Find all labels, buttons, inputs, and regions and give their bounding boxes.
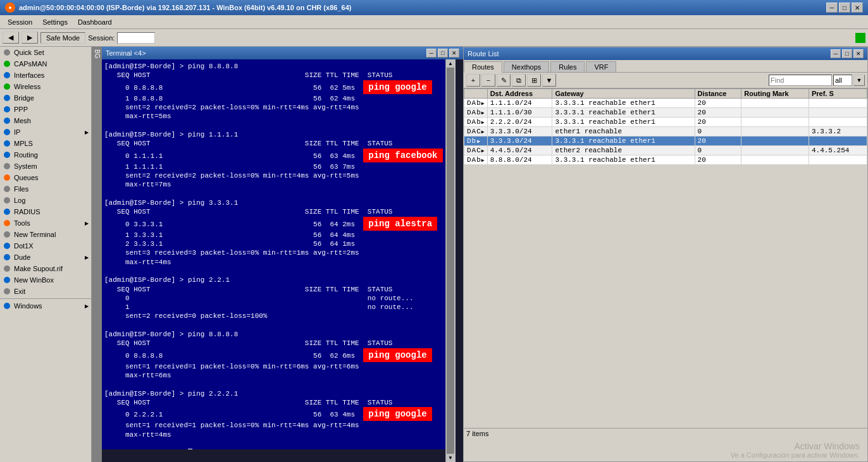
table-row[interactable]: D A b ▶ 1.1.1.0/30 3.3.3.1 reachable eth… — [464, 108, 867, 118]
cell-mark — [741, 155, 809, 165]
sidebar-item-mpls[interactable]: MPLS — [0, 138, 91, 149]
tab-nexthops[interactable]: Nexthops — [504, 61, 549, 72]
sidebar-item-system[interactable]: System — [0, 161, 91, 172]
sidebar-item-log[interactable]: Log — [0, 195, 91, 206]
ping-google-label-3: ping google — [363, 407, 431, 421]
new-winbox-icon — [3, 276, 11, 284]
remove-button[interactable]: − — [481, 74, 495, 87]
scroll-down-btn[interactable]: ▼ — [448, 455, 453, 461]
ping-facebook-label: ping facebook — [363, 149, 442, 162]
new-terminal-icon — [3, 230, 11, 239]
scroll-thumb[interactable] — [447, 68, 454, 454]
ping-google-label-2: ping google — [363, 348, 431, 362]
cell-gateway: 3.3.3.1 reachable ether1 — [552, 99, 695, 108]
terminal-body[interactable]: [admin@ISP-Borde] > ping 8.8.8.8 SEQ HOS… — [102, 59, 445, 449]
menu-bar: Session Settings Dashboard — [0, 15, 868, 29]
table-row[interactable]: D A C ▶ 3.3.3.0/24 ether1 reachable 0 3.… — [464, 127, 867, 137]
sidebar-item-new-winbox[interactable]: New WinBox — [0, 274, 91, 286]
table-row[interactable]: D A b ▶ 8.8.8.0/24 3.3.3.1 reachable eth… — [464, 155, 867, 165]
sidebar-item-queues[interactable]: Queues — [0, 172, 91, 183]
search-input[interactable] — [769, 75, 832, 86]
item-count: 7 items — [466, 430, 488, 437]
terminal-container: Terminal <4> ─ □ ✕ [admin@ISP-Borde] > p… — [102, 47, 463, 462]
table-row[interactable]: D A C ▶ 4.4.5.0/24 ether2 reachable 0 4.… — [464, 146, 867, 155]
col-dst[interactable]: Dst. Address — [487, 89, 552, 99]
copy-button[interactable]: ⧉ — [512, 74, 526, 87]
sidebar-item-bridge[interactable]: Bridge — [0, 92, 91, 104]
title-controls[interactable]: ─ □ ✕ — [826, 3, 863, 13]
paste-button[interactable]: ⊞ — [527, 74, 541, 87]
system-icon — [3, 162, 11, 171]
route-minimize[interactable]: ─ — [831, 49, 841, 58]
maximize-button[interactable]: □ — [839, 3, 850, 13]
tab-routes[interactable]: Routes — [464, 61, 502, 73]
ip-icon — [3, 128, 11, 137]
col-pref[interactable]: Pref. S — [809, 89, 867, 99]
minimize-button[interactable]: ─ — [826, 3, 838, 13]
cell-flags: D A b ▶ — [464, 118, 488, 127]
route-close[interactable]: ✕ — [853, 49, 864, 58]
col-flags[interactable] — [464, 89, 488, 99]
menu-dashboard[interactable]: Dashboard — [73, 17, 117, 27]
route-maximize[interactable]: □ — [842, 49, 852, 58]
cell-mark — [741, 127, 809, 137]
radius-icon — [3, 207, 11, 216]
filter-button[interactable]: ▼ — [542, 74, 556, 87]
col-gateway[interactable]: Gateway — [552, 89, 695, 99]
session-input[interactable] — [117, 32, 155, 44]
routing-icon — [3, 150, 11, 159]
edit-button[interactable]: ✎ — [497, 74, 511, 87]
add-button[interactable]: + — [466, 74, 480, 87]
sidebar-item-interfaces[interactable]: Interfaces — [0, 70, 91, 81]
menu-settings[interactable]: Settings — [37, 17, 73, 27]
capsman-icon — [3, 59, 11, 68]
sidebar-item-files[interactable]: Files — [0, 183, 91, 195]
tab-rules[interactable]: Rules — [550, 61, 585, 72]
cell-dst: 4.4.5.0/24 — [487, 146, 552, 155]
cell-dst: 2.2.2.0/24 — [487, 118, 552, 127]
cell-gateway: 3.3.3.1 reachable ether1 — [552, 137, 695, 146]
cell-distance: 20 — [695, 155, 741, 165]
search-filter-input[interactable] — [833, 75, 852, 86]
terminal-maximize[interactable]: □ — [438, 49, 448, 58]
forward-button[interactable]: ▶ — [22, 32, 38, 44]
cell-gateway: 3.3.3.1 reachable ether1 — [552, 108, 695, 118]
tab-vrf[interactable]: VRF — [586, 61, 616, 72]
menu-session[interactable]: Session — [3, 17, 37, 27]
cell-pref — [809, 137, 867, 146]
session-label: Session: — [88, 34, 115, 42]
close-button[interactable]: ✕ — [852, 3, 863, 13]
sidebar-item-supout[interactable]: Make Supout.rif — [0, 263, 91, 274]
sidebar-item-new-terminal[interactable]: New Terminal — [0, 229, 91, 240]
col-mark[interactable]: Routing Mark — [741, 89, 809, 99]
sidebar-item-dot1x[interactable]: Dot1X — [0, 240, 91, 252]
sidebar-item-routing[interactable]: Routing — [0, 149, 91, 161]
scroll-up-btn[interactable]: ▲ — [448, 61, 453, 66]
terminal-scrollbar[interactable]: ▲ ▼ — [445, 59, 456, 462]
search-dropdown-btn[interactable]: ▼ — [853, 75, 865, 86]
sidebar-item-windows[interactable]: Windows — [0, 300, 91, 312]
sidebar-item-ppp[interactable]: PPP — [0, 104, 91, 115]
sidebar-item-wireless[interactable]: Wireless — [0, 81, 91, 92]
sidebar-item-dude[interactable]: Dude — [0, 252, 91, 263]
sidebar-item-ip[interactable]: IP — [0, 126, 91, 138]
table-row[interactable]: D A b ▶ 2.2.2.0/24 3.3.3.1 reachable eth… — [464, 118, 867, 127]
back-button[interactable]: ◀ — [3, 32, 19, 44]
table-row[interactable]: D b ▶ 3.3.3.0/24 3.3.3.1 reachable ether… — [464, 137, 867, 146]
safe-mode-button[interactable]: Safe Mode — [40, 32, 85, 44]
col-distance[interactable]: Distance — [695, 89, 741, 99]
cell-mark — [741, 118, 809, 127]
sidebar-item-quickset[interactable]: Quick Set — [0, 47, 91, 58]
cell-pref — [809, 155, 867, 165]
sidebar-item-mesh[interactable]: Mesh — [0, 115, 91, 126]
sidebar-item-radius[interactable]: RADIUS — [0, 206, 91, 217]
table-row[interactable]: D A b ▶ 1.1.1.0/24 3.3.3.1 reachable eth… — [464, 99, 867, 108]
sidebar-item-tools[interactable]: Tools — [0, 217, 91, 229]
route-controls[interactable]: ─ □ ✕ — [831, 49, 864, 58]
terminal-controls[interactable]: ─ □ ✕ — [426, 49, 459, 58]
sidebar-item-exit[interactable]: Exit — [0, 286, 91, 297]
sidebar-item-capsman[interactable]: CAPsMAN — [0, 58, 91, 70]
terminal-title-bar: Terminal <4> ─ □ ✕ — [102, 47, 463, 59]
terminal-close[interactable]: ✕ — [449, 49, 459, 58]
terminal-minimize[interactable]: ─ — [426, 49, 437, 58]
